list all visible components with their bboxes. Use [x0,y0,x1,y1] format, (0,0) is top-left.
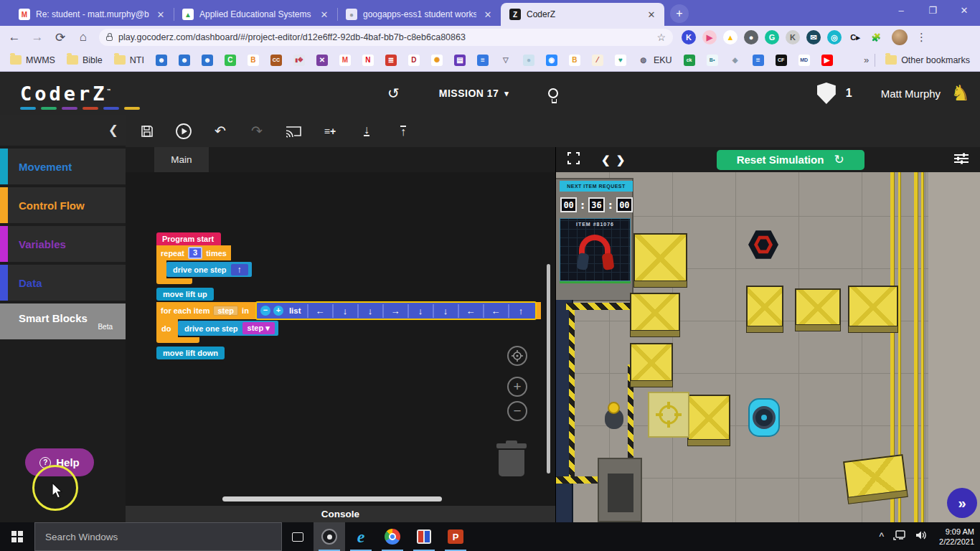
bookmark-item[interactable]: ▤ [450,52,470,68]
block-program-start[interactable]: Program start [156,232,221,245]
tab-main[interactable]: Main [154,147,209,172]
fast-forward-button[interactable]: » [947,488,977,518]
list-direction-cell[interactable]: ↓ [407,304,433,318]
bookmark-item[interactable]: ≣ [381,52,401,68]
bookmarks-overflow-icon[interactable]: » [864,55,869,65]
console-bar[interactable]: Console [126,506,555,522]
bookmark-item[interactable]: ◈ [725,52,745,68]
block-direction-list[interactable]: − + list ←↓↓→↓↓←←↑ [255,301,537,320]
taskbar-clock[interactable]: 9:09 AM 2/22/2021 [939,527,974,547]
task-view-button[interactable] [282,522,314,551]
blockly-workspace[interactable]: Program start repeat 3 times drive one s… [126,172,555,506]
save-icon[interactable] [138,123,156,140]
bookmark-item[interactable]: ⁄ [588,52,608,68]
bookmark-item[interactable]: C [220,52,240,68]
maximize-button[interactable]: ❐ [917,0,948,22]
block-repeat[interactable]: repeat 3 times [156,245,231,260]
taskbar-search-input[interactable]: Search Windows [34,522,282,551]
bookmark-item[interactable]: N [358,52,378,68]
add-to-list-icon[interactable]: ≡+ [321,123,339,140]
bookmark-item[interactable]: CC [266,52,286,68]
bookmark-item[interactable]: CF [771,52,791,68]
bookmark-folder[interactable]: NTI [110,53,149,67]
bookmark-star-icon[interactable]: ☆ [656,32,666,43]
extension-icon[interactable]: K [786,30,800,44]
list-direction-cell[interactable]: ← [458,304,483,318]
taskbar-app-powerpoint[interactable]: P [440,522,471,551]
for-each-var-field[interactable]: step [213,306,238,316]
bookmark-item[interactable]: D [404,52,424,68]
bookmark-item[interactable]: M [335,52,355,68]
home-icon[interactable]: ⌂ [76,30,90,44]
chrome-menu-icon[interactable]: ⋮ [916,31,928,44]
cast-icon[interactable] [285,123,302,140]
bookmark-item[interactable]: ● [519,52,539,68]
redo-icon[interactable]: ↷ [248,123,265,140]
bookmark-item[interactable]: ☻ [197,52,217,68]
list-remove-icon[interactable]: − [260,306,270,316]
minimize-button[interactable]: – [885,0,917,22]
bookmark-item[interactable]: B [565,52,585,68]
back-icon[interactable]: ← [7,30,22,44]
repeat-count-field[interactable]: 3 [188,247,202,259]
start-button[interactable] [0,522,34,551]
list-direction-cell[interactable]: ↓ [332,304,357,318]
bookmark-item[interactable]: ✺ [427,52,447,68]
bookmark-item[interactable]: ✕ [312,52,332,68]
block-for-each[interactable]: for each item step in − + list ←↓↓→↓↓←←↑ [156,302,541,319]
sidebar-item-movement[interactable]: Movement [0,149,126,184]
vertical-scrollbar[interactable] [547,264,550,474]
bookmark-item[interactable]: ♥ [611,52,631,68]
address-bar[interactable]: play.gocoderz.com/dashboard/#/project-ed… [99,29,673,46]
user-name[interactable]: Matt Murphy [881,88,941,100]
simulation-viewport[interactable]: » NEXT ITEM REQUEST 00:36:00 ITEM #81076 [556,172,980,522]
reload-icon[interactable]: ⟳ [53,30,67,45]
run-program-icon[interactable] [175,123,192,140]
bookmark-item[interactable]: B• [702,52,722,68]
extension-icon[interactable]: C▸ [848,30,862,44]
list-add-icon[interactable]: + [273,306,283,316]
bookmark-folder[interactable]: Bible [62,53,107,67]
bookmark-item[interactable]: ▶ [817,52,837,68]
zoom-reset-icon[interactable] [507,346,527,366]
list-direction-cell[interactable]: ↑ [508,304,533,318]
bookmark-folder[interactable]: MWMS [6,53,60,67]
extension-icon[interactable]: ✉ [806,30,821,44]
tab-gmail[interactable]: M Re: student - matt.murphy@bulli ✕ [10,3,174,26]
code-view-icon[interactable]: ❮ ❯ [601,154,626,166]
taskbar-app-internet-explorer[interactable]: e [345,522,377,551]
profile-avatar[interactable] [892,29,908,45]
block-drive-one-step[interactable]: drive one step ↑ [166,262,252,277]
sidebar-item-smart-blocks[interactable]: Smart Blocks Beta [0,303,126,339]
extension-icon[interactable]: ● [744,30,758,44]
extension-icon[interactable]: K [682,30,696,44]
list-direction-cell[interactable]: ← [307,304,332,318]
bookmark-item[interactable]: ck [679,52,699,68]
taskbar-app-recorder[interactable] [314,522,345,551]
bookmark-item[interactable]: ☻ [174,52,194,68]
network-icon[interactable] [893,530,906,543]
zoom-out-icon[interactable]: − [507,401,527,421]
bookmark-item[interactable]: ▮� [289,52,309,68]
tab-aes[interactable]: ▲ Applied Educational Systems ✕ [174,3,337,26]
horizontal-scrollbar[interactable] [222,496,442,501]
bookmark-item[interactable]: ◍EKU [633,52,677,68]
upload-program-icon[interactable]: ↑ [395,123,412,140]
block-move-lift-down[interactable]: move lift down [156,347,225,359]
collapse-sidebar-icon[interactable]: ❮ [108,123,118,138]
undo-icon[interactable]: ↶ [212,123,229,140]
sidebar-item-control-flow[interactable]: Control Flow [0,187,126,223]
direction-dropdown[interactable]: ↑ [231,264,248,276]
extension-icon[interactable]: ▶ [702,30,717,44]
trash-icon[interactable] [496,443,527,476]
tray-chevron-icon[interactable]: ^ [879,531,884,542]
list-direction-cell[interactable]: → [382,304,407,318]
list-direction-cell[interactable]: ↓ [433,304,458,318]
bookmark-item[interactable]: ▽ [496,52,516,68]
forward-icon[interactable]: → [30,30,44,44]
sidebar-item-data[interactable]: Data [0,265,126,301]
reset-simulation-button[interactable]: Reset Simulation ↻ [717,150,864,170]
tab-coderz-active[interactable]: Z CoderZ ✕ [501,3,664,26]
bookmark-item[interactable]: MD [794,52,814,68]
mission-history-icon[interactable]: ↺ [387,85,400,102]
